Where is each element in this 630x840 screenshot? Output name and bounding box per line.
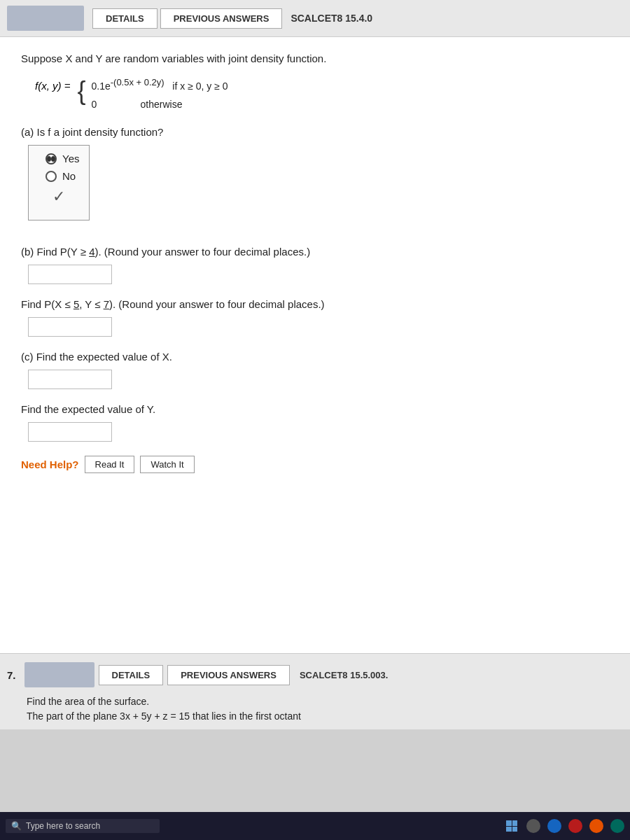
part-c-answer-2-input[interactable] [28,422,112,442]
need-help-label: Need Help? [21,458,79,470]
scalcet-reference: SCALCET8 15.4.0 [290,13,372,24]
part-a-question: (a) Is f a joint density function? [21,126,609,138]
part-b-section-1: (b) Find P(Y ≥ 4). (Round your answer to… [21,246,609,284]
left-block-placeholder [7,6,84,31]
part-b-question-1: (b) Find P(Y ≥ 4). (Round your answer to… [21,246,609,258]
main-content: Suppose X and Y are random variables wit… [0,37,630,653]
windows-start-icon[interactable] [504,818,519,834]
yes-no-box: Yes No ✓ [28,145,90,220]
problem-7-left-block [24,662,94,687]
radio-yes-label: Yes [62,153,79,164]
problem-7-text-1: Find the area of the surface. [27,694,623,709]
taskbar-circle-gray[interactable] [526,819,540,833]
radio-no[interactable]: No [46,170,79,182]
taskbar-circle-teal[interactable] [610,819,624,833]
read-it-button[interactable]: Read It [85,456,135,473]
watch-it-button[interactable]: Watch It [140,456,194,473]
windows-logo [506,820,517,832]
taskbar-circle-red[interactable] [568,819,582,833]
problem-7-text-2: The part of the plane 3x + 5y + z = 15 t… [27,709,623,724]
brace-symbol: { [77,78,85,104]
formula-block: f(x, y) = { 0.1e-(0.5x + 0.2y) if x ≥ 0,… [35,78,609,113]
radio-yes-circle[interactable] [46,153,57,164]
top-navigation-bar: DETAILS PREVIOUS ANSWERS SCALCET8 15.4.0 [0,0,630,37]
radio-no-circle[interactable] [46,171,57,182]
part-c-answer-1-input[interactable] [28,370,112,389]
problem-7-previous-answers-tab[interactable]: PREVIOUS ANSWERS [167,665,290,685]
problem-intro: Suppose X and Y are random variables wit… [21,51,609,67]
formula-cases: 0.1e-(0.5x + 0.2y) if x ≥ 0, y ≥ 0 0 oth… [91,78,227,113]
taskbar-icons [504,818,624,834]
taskbar-search-placeholder: Type here to search [26,821,100,831]
problem-7-header: 7. DETAILS PREVIOUS ANSWERS SCALCET8 15.… [7,662,623,687]
problem-7-details-tab[interactable]: DETAILS [99,665,164,685]
taskbar: 🔍 Type here to search [0,812,630,840]
part-b-section-2: Find P(X ≤ 5, Y ≤ 7). (Round your answer… [21,298,609,337]
part-a-section: (a) Is f a joint density function? Yes N… [21,126,609,232]
search-icon: 🔍 [11,821,22,831]
formula-case-1: 0.1e-(0.5x + 0.2y) if x ≥ 0, y ≥ 0 [91,78,227,94]
need-help-section: Need Help? Read It Watch It [21,456,609,473]
problem-7-section: 7. DETAILS PREVIOUS ANSWERS SCALCET8 15.… [0,654,630,729]
checkmark-icon: ✓ [52,188,65,205]
problem-7-scalcet-label: SCALCET8 15.5.003. [300,670,388,680]
taskbar-search-bar[interactable]: 🔍 Type here to search [6,819,160,833]
part-b-answer-1-input[interactable] [28,265,112,284]
part-c-section-1: (c) Find the expected value of X. [21,351,609,389]
formula-case-2: 0 otherwise [91,97,227,112]
part-b-question-2: Find P(X ≤ 5, Y ≤ 7). (Round your answer… [21,298,609,310]
part-c-section-2: Find the expected value of Y. [21,403,609,442]
taskbar-circle-blue[interactable] [547,819,561,833]
radio-group: Yes No [46,153,79,182]
radio-yes[interactable]: Yes [46,153,79,164]
radio-no-label: No [62,170,76,182]
taskbar-circle-orange[interactable] [589,819,603,833]
details-tab[interactable]: DETAILS [92,8,158,29]
part-c-question-2: Find the expected value of Y. [21,403,609,415]
checkmark-container: ✓ [52,188,79,206]
part-c-question-1: (c) Find the expected value of X. [21,351,609,363]
problem-7-number: 7. [7,669,16,681]
previous-answers-tab[interactable]: PREVIOUS ANSWERS [160,8,283,29]
formula-label: f(x, y) = [35,80,70,92]
part-b-answer-2-input[interactable] [28,317,112,337]
